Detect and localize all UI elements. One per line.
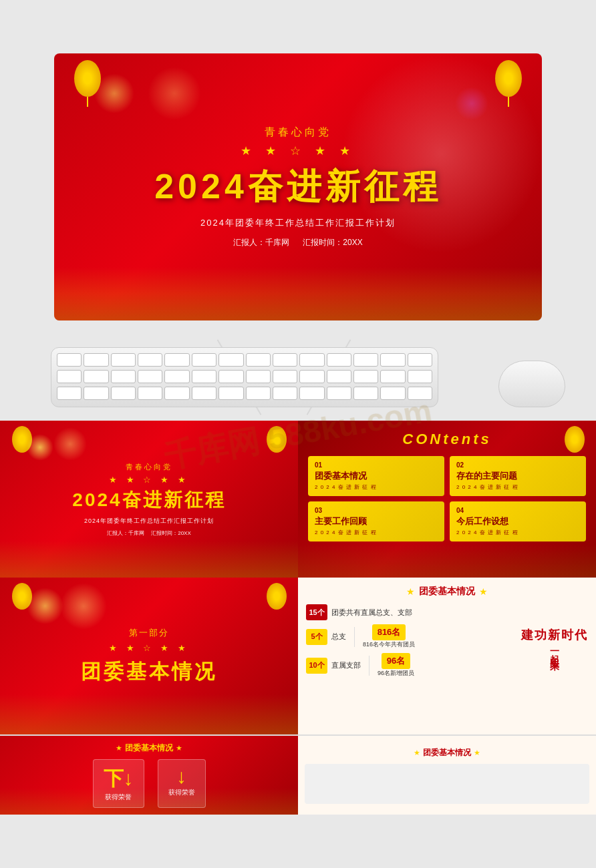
- banner-subtitle: 青春心向党: [265, 126, 331, 140]
- panel2-city: [298, 544, 596, 578]
- card-title-1: 团委基本情况: [315, 470, 438, 482]
- card-sub-2: 2 0 2 4 奋 进 新 征 程: [456, 483, 579, 491]
- panel3-city: [0, 694, 298, 734]
- panel-grid: 青春心向党 ★ ★ ☆ ★ ★ 2024奋进新征程 2024年团委年终工作总结工…: [0, 421, 596, 734]
- card-sub-1: 2 0 2 4 奋 进 新 征 程: [315, 483, 438, 491]
- stat-row-total: 15个 团委共有直属总支、支部: [306, 604, 516, 620]
- bottom-right-header: ★ 团委基本情况 ★: [414, 747, 480, 758]
- content-card-4: 04 今后工作设想 2 0 2 4 奋 进 新 征 程: [450, 501, 586, 541]
- card-sub-4: 2 0 2 4 奋 进 新 征 程: [456, 529, 579, 536]
- main-banner: 青春心向党 ★ ★ ☆ ★ ★ 2024奋进新征程 2024年团委年终工作总结工…: [54, 53, 542, 320]
- content-card-3: 03 主要工作回顾 2 0 2 4 奋 进 新 征 程: [308, 501, 444, 541]
- total-badge: 15个: [306, 604, 327, 620]
- stat-row-branch: 5个 总支 816名 816名今年共有团员: [306, 624, 516, 649]
- card-title-4: 今后工作设想: [456, 515, 579, 527]
- banner-description: 2024年团委年终工作总结工作汇报工作计划: [200, 217, 396, 229]
- card-num-1: 01: [315, 461, 438, 469]
- obtain-label-1: 获得荣誉: [104, 793, 134, 802]
- keyboard-area: [0, 334, 596, 421]
- member-label: 816名今年共有团员: [363, 640, 415, 649]
- bottom-right-header-text: 团委基本情况: [423, 747, 471, 758]
- direct-label: 直属支部: [331, 660, 361, 670]
- keyboard: [51, 347, 438, 407]
- lantern-right: [488, 60, 529, 114]
- obtain-honor-2: ↓ 获得荣誉: [158, 759, 206, 808]
- section-stars: ★ ★ ☆ ★ ★: [109, 643, 188, 653]
- panel1-reporter: 汇报人：千库网: [107, 529, 144, 537]
- panel1-info: 汇报人：千库网 汇报时间：20XX: [107, 529, 191, 537]
- direct-badge: 10个: [306, 658, 327, 674]
- stats-right: 建功新时代 一起向未来: [521, 604, 588, 678]
- city-silhouette: [54, 267, 542, 320]
- future-text: 一起向未来: [549, 646, 561, 656]
- banner-stars: ★ ★ ☆ ★ ★: [241, 144, 355, 158]
- card-title-3: 主要工作回顾: [315, 515, 438, 527]
- panel-stats: ★ 团委基本情况 ★ 15个 团委共有直属总支、支部 5个 总支 816名 81: [298, 578, 596, 734]
- bottom-right-content: [305, 764, 589, 804]
- contents-title: CONtents: [402, 431, 491, 448]
- lantern-left: [67, 60, 108, 114]
- panel-contents: CONtents 01 团委基本情况 2 0 2 4 奋 进 新 征 程 02 …: [298, 421, 596, 578]
- stat-row-direct: 10个 直属支部 96名 96名新增团员: [306, 653, 516, 678]
- bottom-left-items: 下↓ 获得荣誉 ↓ 获得荣誉: [93, 759, 206, 808]
- stats-left: 15个 团委共有直属总支、支部 5个 总支 816名 816名今年共有团员 10…: [306, 604, 516, 678]
- panel1-desc: 2024年团委年终工作总结工作汇报工作计划: [84, 517, 214, 525]
- banner-title-main: 2024奋进新征程: [154, 164, 442, 210]
- obtain-label-2: 获得荣誉: [168, 788, 195, 797]
- card-title-2: 存在的主要问题: [456, 470, 579, 482]
- card-num-4: 04: [456, 507, 579, 514]
- card-num-3: 03: [315, 507, 438, 514]
- member-badge: 816名: [372, 624, 406, 640]
- bottom-panels: ★ 团委基本情况 ★ 下↓ 获得荣誉 ↓ 获得荣誉 ★ 团委基本情况: [0, 734, 596, 815]
- content-card-1: 01 团委基本情况 2 0 2 4 奋 进 新 征 程: [308, 456, 444, 496]
- content-card-2: 02 存在的主要问题 2 0 2 4 奋 进 新 征 程: [450, 456, 586, 496]
- stats-star-left: ★: [406, 586, 415, 597]
- card-num-2: 02: [456, 461, 579, 469]
- obtain-honor-1: 下↓ 获得荣誉: [93, 759, 144, 808]
- total-label: 团委共有直属总支、支部: [331, 608, 412, 618]
- bottom-panel-right: ★ 团委基本情况 ★: [298, 736, 596, 815]
- stats-header-text: 团委基本情况: [419, 586, 475, 598]
- panel-section-intro: 第一部分 ★ ★ ☆ ★ ★ 团委基本情况: [0, 578, 298, 734]
- date-info: 汇报时间：20XX: [303, 237, 362, 248]
- card-sub-3: 2 0 2 4 奋 进 新 征 程: [315, 529, 438, 536]
- jiangong-text: 建功新时代: [521, 627, 588, 643]
- stats-star-right: ★: [479, 586, 488, 597]
- panel1-stars: ★ ★ ☆ ★ ★: [109, 475, 188, 485]
- panel1-date: 汇报时间：20XX: [151, 529, 191, 537]
- stats-header: ★ 团委基本情况 ★: [306, 586, 588, 598]
- banner-info: 汇报人：千库网 汇报时间：20XX: [233, 237, 362, 248]
- panel1-city: [0, 541, 298, 578]
- section-title: 团委基本情况: [81, 658, 217, 686]
- honor-icon-1: 下↓: [104, 765, 134, 793]
- stats-content: 15个 团委共有直属总支、支部 5个 总支 816名 816名今年共有团员 10…: [306, 604, 588, 678]
- mouse: [498, 361, 565, 407]
- branch-badge: 5个: [306, 629, 327, 645]
- panel-small-banner: 青春心向党 ★ ★ ☆ ★ ★ 2024奋进新征程 2024年团委年终工作总结工…: [0, 421, 298, 578]
- branch-label: 总支: [331, 632, 346, 642]
- bottom-panel-left: ★ 团委基本情况 ★ 下↓ 获得荣誉 ↓ 获得荣誉: [0, 736, 298, 815]
- section-num: 第一部分: [129, 627, 169, 639]
- panel3-lantern-right: [261, 583, 291, 623]
- new-label: 96名新增团员: [378, 669, 414, 678]
- new-badge: 96名: [382, 653, 410, 669]
- panel1-subtitle: 青春心向党: [126, 462, 172, 472]
- bottom-left-header-text: 团委基本情况: [125, 742, 173, 754]
- panel1-title: 2024奋进新征程: [72, 487, 225, 513]
- reporter-info: 汇报人：千库网: [233, 237, 289, 248]
- honor-icon-2: ↓: [168, 765, 195, 788]
- panel1-lantern-right: [261, 426, 291, 466]
- bottom-left-header: ★ 团委基本情况 ★: [116, 742, 182, 754]
- contents-grid: 01 团委基本情况 2 0 2 4 奋 进 新 征 程 02 存在的主要问题 2…: [308, 456, 586, 541]
